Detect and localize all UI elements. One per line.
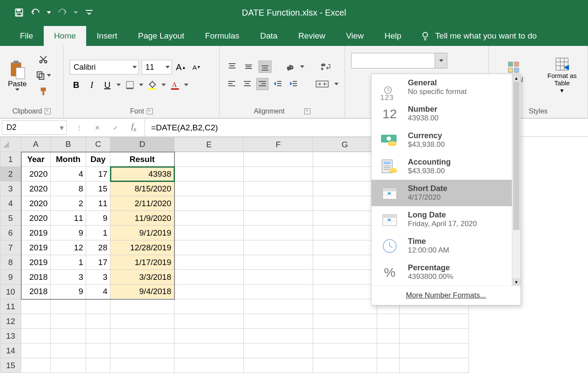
- orientation-button[interactable]: ab: [284, 61, 297, 73]
- cell-F12[interactable]: [244, 314, 313, 329]
- cell-G7[interactable]: [313, 240, 377, 255]
- insert-function-button[interactable]: fx: [126, 120, 141, 135]
- tell-me[interactable]: Tell me what you want to do: [412, 26, 545, 46]
- underline-dropdown-icon[interactable]: [116, 84, 121, 86]
- row-header-7[interactable]: 7: [0, 240, 21, 255]
- row-header-5[interactable]: 5: [0, 211, 21, 226]
- borders-button[interactable]: [123, 79, 136, 91]
- cell-A3[interactable]: 2020: [21, 181, 51, 196]
- column-header-D[interactable]: D: [110, 137, 174, 152]
- orientation-dropdown-icon[interactable]: [300, 65, 304, 68]
- row-header-2[interactable]: 2: [0, 167, 21, 181]
- wrap-text-button[interactable]: abc: [319, 61, 332, 73]
- cancel-formula-button[interactable]: ✕: [90, 120, 105, 135]
- cell-E8[interactable]: [174, 255, 244, 270]
- cell-C1[interactable]: Day: [86, 152, 110, 167]
- cell-C4[interactable]: 11: [86, 196, 110, 211]
- cell-G3[interactable]: [313, 181, 377, 196]
- cell-E3[interactable]: [174, 181, 244, 196]
- cell-F8[interactable]: [244, 255, 313, 270]
- cell-E6[interactable]: [174, 226, 244, 240]
- dropdown-scrollbar[interactable]: ▲ ▼: [512, 74, 520, 286]
- cell-14[interactable]: [377, 343, 400, 358]
- cell-F7[interactable]: [244, 240, 313, 255]
- cell-B6[interactable]: 9: [51, 226, 86, 240]
- align-center-button[interactable]: [241, 78, 253, 90]
- cell-K14[interactable]: [400, 343, 469, 358]
- cell-E13[interactable]: [174, 329, 244, 343]
- row-header-15[interactable]: 15: [0, 358, 21, 373]
- row-header-1[interactable]: 1: [0, 152, 21, 167]
- font-color-dropdown-icon[interactable]: [184, 84, 188, 86]
- cell-A4[interactable]: 2020: [21, 196, 51, 211]
- cell-13[interactable]: [377, 329, 400, 343]
- cell-E5[interactable]: [174, 211, 244, 226]
- cell-A7[interactable]: 2019: [21, 240, 51, 255]
- cell-B15[interactable]: [51, 358, 86, 373]
- cell-F9[interactable]: [244, 270, 313, 285]
- cell-F2[interactable]: [244, 167, 313, 181]
- cell-E12[interactable]: [174, 314, 244, 329]
- redo-dropdown-icon[interactable]: [74, 11, 78, 14]
- cell-A15[interactable]: [21, 358, 51, 373]
- cell-G5[interactable]: [313, 211, 377, 226]
- cell-B14[interactable]: [51, 343, 86, 358]
- cell-D11[interactable]: [110, 299, 174, 314]
- format-as-table-button[interactable]: Format as Table ▾: [543, 56, 582, 94]
- column-header-C[interactable]: C: [86, 137, 110, 152]
- font-dialog-launcher[interactable]: [147, 108, 153, 114]
- column-header-E[interactable]: E: [174, 137, 244, 152]
- alignment-dialog-launcher[interactable]: [304, 108, 310, 114]
- cell-B4[interactable]: 2: [51, 196, 86, 211]
- cell-C3[interactable]: 15: [86, 181, 110, 196]
- name-box[interactable]: D2▾: [2, 120, 67, 135]
- cell-F11[interactable]: [244, 299, 313, 314]
- cell-C6[interactable]: 1: [86, 226, 110, 240]
- cell-A13[interactable]: [21, 329, 51, 343]
- cell-D2[interactable]: 43938: [110, 167, 174, 181]
- cell-C9[interactable]: 3: [86, 270, 110, 285]
- scroll-thumb[interactable]: [513, 82, 520, 230]
- cell-C10[interactable]: 4: [86, 285, 110, 299]
- copy-button[interactable]: [35, 69, 52, 82]
- cell-C5[interactable]: 9: [86, 211, 110, 226]
- scroll-up-icon[interactable]: ▲: [512, 74, 520, 82]
- cell-D9[interactable]: 3/3/2018: [110, 270, 174, 285]
- cell-G14[interactable]: [313, 343, 377, 358]
- format-option-currency[interactable]: Currency $43,938.00: [372, 127, 520, 153]
- tab-formulas[interactable]: Formulas: [195, 26, 250, 46]
- column-header-B[interactable]: B: [51, 137, 86, 152]
- cell-B5[interactable]: 11: [51, 211, 86, 226]
- underline-button[interactable]: U: [101, 79, 114, 91]
- row-header-9[interactable]: 9: [0, 270, 21, 285]
- cell-C13[interactable]: [86, 329, 110, 343]
- cell-F15[interactable]: [244, 358, 313, 373]
- align-right-button[interactable]: [256, 78, 268, 90]
- format-option-long-date[interactable]: Long Date Friday, April 17, 2020: [372, 206, 520, 233]
- cell-G4[interactable]: [313, 196, 377, 211]
- column-header-A[interactable]: A: [21, 137, 51, 152]
- cell-C11[interactable]: [86, 299, 110, 314]
- cell-E14[interactable]: [174, 343, 244, 358]
- cell-A10[interactable]: 2018: [21, 285, 51, 299]
- number-format-combo[interactable]: [351, 53, 447, 68]
- cell-G12[interactable]: [313, 314, 377, 329]
- cell-D15[interactable]: [110, 358, 174, 373]
- cell-E9[interactable]: [174, 270, 244, 285]
- row-header-3[interactable]: 3: [0, 181, 21, 196]
- row-header-4[interactable]: 4: [0, 196, 21, 211]
- tab-home[interactable]: Home: [44, 26, 87, 46]
- font-name-combo[interactable]: Calibri: [70, 60, 139, 75]
- cell-D7[interactable]: 12/28/2019: [110, 240, 174, 255]
- cell-F1[interactable]: [244, 152, 313, 167]
- cell-D3[interactable]: 8/15/2020: [110, 181, 174, 196]
- cell-G1[interactable]: [313, 152, 377, 167]
- font-color-button[interactable]: A: [168, 79, 181, 91]
- cell-D10[interactable]: 9/4/2018: [110, 285, 174, 299]
- clipboard-dialog-launcher[interactable]: [45, 108, 51, 114]
- font-size-combo[interactable]: 11: [142, 60, 172, 75]
- align-top-button[interactable]: [226, 61, 239, 73]
- cell-G6[interactable]: [313, 226, 377, 240]
- cell-G15[interactable]: [313, 358, 377, 373]
- cell-A9[interactable]: 2018: [21, 270, 51, 285]
